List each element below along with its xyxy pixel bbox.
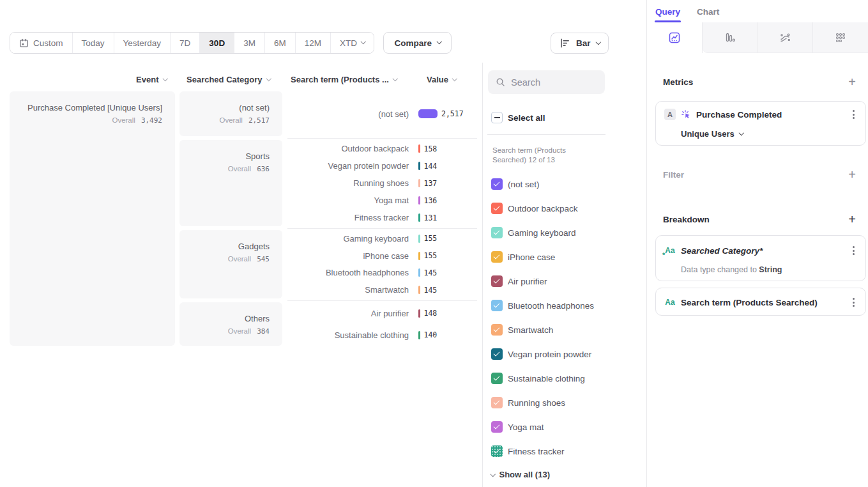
string-type-icon — [664, 297, 676, 308]
add-filter-button[interactable] — [848, 168, 856, 181]
value-bar[interactable] — [418, 286, 420, 294]
tab-chart[interactable]: Chart — [697, 7, 719, 22]
date-range-button[interactable]: 3M — [234, 33, 264, 53]
column-header-label: Search term (Products ... — [291, 75, 389, 84]
legend-item[interactable]: iPhone case — [491, 251, 647, 263]
legend-checkbox[interactable] — [491, 421, 503, 433]
panel-tabs: Query Chart — [647, 0, 868, 22]
value-bar[interactable] — [418, 252, 420, 260]
legend-item[interactable]: Vegan protein powder — [491, 348, 647, 360]
legend-checkbox[interactable] — [491, 227, 503, 238]
legend-checkbox[interactable] — [491, 251, 503, 263]
value-rows-group: Outdoor backpack 158 Vegan protein powde… — [287, 140, 479, 226]
metric-menu-button[interactable] — [850, 108, 857, 121]
tab-query[interactable]: Query — [655, 7, 680, 22]
legend-item-label: Bluetooth headphones — [508, 301, 594, 311]
legend-checkbox[interactable] — [491, 397, 503, 408]
legend-checkbox[interactable] — [491, 324, 503, 336]
value-bar[interactable] — [418, 179, 420, 187]
search-term-label: (not set) — [287, 109, 409, 119]
select-all-row[interactable]: Select all — [491, 112, 647, 123]
date-range-button[interactable]: Yesterday — [114, 33, 171, 53]
legend-item[interactable]: Gaming keyboard — [491, 227, 647, 238]
legend-item[interactable]: Smartwatch — [491, 324, 647, 336]
select-all-checkbox[interactable] — [491, 112, 503, 123]
value-bar[interactable] — [418, 162, 420, 170]
value-bar[interactable] — [418, 109, 438, 118]
compare-button[interactable]: Compare — [383, 32, 452, 54]
search-input[interactable] — [511, 77, 597, 88]
date-range-button[interactable]: XTD — [330, 33, 374, 53]
value-label: 155 — [424, 251, 438, 260]
breakdown-title: Breakdown — [663, 215, 710, 224]
date-range-button[interactable]: 30D — [199, 33, 234, 53]
date-range-label: XTD — [340, 38, 357, 48]
breakdown-property-label: Searched Category* — [681, 246, 845, 256]
legend-checkbox[interactable] — [491, 445, 503, 457]
chart-type-button[interactable]: Bar — [551, 33, 609, 54]
legend-checkbox[interactable] — [491, 348, 503, 360]
legend-item[interactable]: Sustainable clothing — [491, 373, 647, 384]
legend-item[interactable]: Fitness tracker — [491, 445, 647, 457]
legend-item[interactable]: Running shoes — [491, 397, 647, 408]
horizontal-bar-chart-icon — [560, 38, 570, 49]
retention-grid-icon — [834, 31, 847, 44]
show-all-button[interactable]: Show all (13) — [491, 470, 647, 479]
date-range-label: Today — [82, 38, 105, 48]
value-bar[interactable] — [418, 213, 420, 222]
legend-item-label: Gaming keyboard — [508, 228, 576, 238]
value-bar[interactable] — [418, 331, 420, 339]
column-header-label: Event — [136, 75, 158, 84]
column-header-searched-category[interactable]: Searched Category — [187, 75, 270, 84]
date-range-button[interactable]: Today — [72, 33, 114, 53]
category-name: Others — [186, 314, 270, 323]
search-term-label: Air purifier — [287, 309, 409, 318]
legend-checkbox[interactable] — [491, 275, 503, 287]
chevron-down-icon — [491, 472, 496, 477]
add-breakdown-button[interactable] — [848, 213, 856, 226]
date-range-button[interactable]: 12M — [295, 33, 330, 53]
legend-item[interactable]: Bluetooth headphones — [491, 300, 647, 311]
legend-item[interactable]: Outdoor backpack — [491, 203, 647, 214]
column-header-search-term[interactable]: Search term (Products ... — [291, 75, 397, 84]
legend-item[interactable]: Air purifier — [491, 275, 647, 287]
value-bar[interactable] — [418, 144, 420, 153]
date-range-button[interactable]: 6M — [264, 33, 295, 53]
breakdown-menu-button[interactable] — [850, 244, 857, 257]
aggregation-dropdown[interactable]: Unique Users — [681, 129, 857, 139]
legend-checkbox[interactable] — [491, 178, 503, 190]
search-term-label: Bluetooth headphones — [287, 268, 409, 277]
date-range-button[interactable]: 7D — [170, 33, 199, 53]
legend-item-label: Air purifier — [508, 277, 547, 286]
value-bar[interactable] — [418, 196, 420, 205]
legend-checkbox[interactable] — [491, 300, 503, 311]
flows-tab[interactable] — [758, 22, 813, 53]
legend-checkbox[interactable] — [491, 373, 503, 384]
filter-section-header: Filter — [663, 168, 856, 181]
overall-value: 2,517 — [248, 116, 270, 125]
legend-item[interactable]: Yoga mat — [491, 421, 647, 433]
column-header-event[interactable]: Event — [10, 75, 167, 84]
value-label: 2,517 — [441, 109, 464, 118]
search-term-label: Running shoes — [287, 178, 409, 188]
add-metric-button[interactable] — [848, 75, 856, 88]
legend-item-label: Sustainable clothing — [508, 374, 585, 383]
date-range-label: 3M — [243, 38, 255, 48]
retention-tab[interactable] — [812, 22, 868, 53]
search-term-label: Vegan protein powder — [287, 161, 409, 171]
value-rows-group: (not set) 2,517 — [287, 91, 479, 136]
column-header-value[interactable]: Value — [427, 75, 456, 84]
legend-checkbox[interactable] — [491, 203, 503, 214]
value-bar[interactable] — [418, 268, 420, 277]
table-row: iPhone case 155 — [287, 251, 479, 261]
legend-item[interactable]: (not set) — [491, 178, 647, 190]
legend-group-label: Search term (Products Searched) 12 of 13 — [492, 146, 585, 165]
funnels-tab[interactable] — [703, 22, 758, 53]
chart-type-label: Bar — [576, 38, 591, 48]
breakdown-menu-button[interactable] — [850, 296, 857, 309]
value-bar[interactable] — [418, 309, 420, 318]
table-row: (not set) 2,517 — [287, 109, 479, 119]
date-range-button[interactable]: Custom — [10, 33, 72, 53]
value-bar[interactable] — [418, 235, 420, 243]
insights-tab[interactable] — [647, 22, 703, 53]
